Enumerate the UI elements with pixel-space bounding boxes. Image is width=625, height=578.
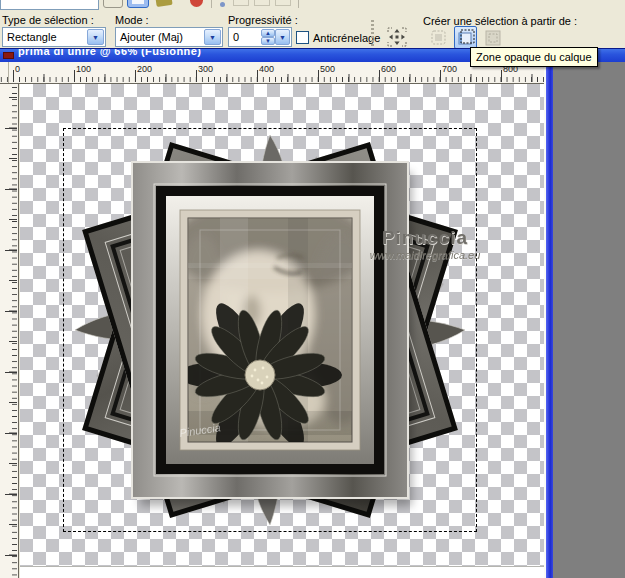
ruler-label: 200 xyxy=(137,64,152,74)
square-marquee-icon xyxy=(482,27,503,48)
edit-selection-button[interactable] xyxy=(384,24,410,48)
feather-label: Progressivité : xyxy=(228,14,298,26)
antialias-checkbox[interactable] xyxy=(296,31,309,44)
mode-label: Mode : xyxy=(115,14,149,26)
spin-down-icon[interactable]: ▼ xyxy=(261,37,275,45)
mode-value: Ajouter (Maj) xyxy=(120,31,183,43)
tooltip: Zone opaque du calque xyxy=(470,47,598,67)
selection-type-label: Type de sélection : xyxy=(2,14,94,26)
toolbar-button-active-clipped[interactable] xyxy=(127,0,149,8)
ruler-label: 400 xyxy=(259,64,274,74)
folder-icon[interactable] xyxy=(155,0,172,7)
dashed-square-icon xyxy=(428,27,449,48)
presets-dropdown-clipped[interactable] xyxy=(0,0,99,10)
ruler-label: 700 xyxy=(442,64,457,74)
image-canvas[interactable]: Pinuccia Pinuccia www.maidiregrafica.eu xyxy=(20,84,544,578)
file-icon xyxy=(132,0,144,4)
create-selection-from-opaque-layer-button[interactable] xyxy=(454,26,477,48)
selection-type-value: Rectangle xyxy=(7,31,57,43)
toolbar-separator xyxy=(298,0,299,8)
create-selection-from-opaque-merged-button[interactable] xyxy=(481,26,504,48)
chevron-down-icon[interactable]: ▼ xyxy=(204,29,221,45)
vertical-ruler[interactable] xyxy=(0,84,19,578)
edit-selection-icon xyxy=(385,25,409,48)
tooltip-text: Zone opaque du calque xyxy=(476,51,592,63)
toolbar-button-clipped[interactable] xyxy=(233,0,249,6)
image-window-border xyxy=(546,62,553,578)
feather-value: 0 xyxy=(233,31,239,43)
ruler-label: 500 xyxy=(320,64,335,74)
chevron-down-icon[interactable]: ▼ xyxy=(87,29,104,45)
document-bottom-edge xyxy=(20,566,544,578)
tool-options-toolbar: Type de sélection : Mode : Progressivité… xyxy=(0,0,625,48)
ruler-label: 0 xyxy=(15,64,20,74)
ruler-major-ticks xyxy=(5,84,17,578)
record-icon[interactable] xyxy=(190,0,203,7)
selection-type-dropdown[interactable]: Rectangle ▼ xyxy=(2,27,106,47)
create-selection-from-vector-button[interactable] xyxy=(427,26,450,48)
toolbar-button-clipped[interactable] xyxy=(275,0,291,6)
toolbar-grip[interactable] xyxy=(371,20,374,47)
chevron-down-icon[interactable]: ▼ xyxy=(275,29,290,45)
toolbar-separator xyxy=(211,0,212,8)
spin-up-icon[interactable]: ▲ xyxy=(261,29,275,37)
horizontal-ruler[interactable]: 0 100 200 300 400 500 600 700 800 xyxy=(0,62,544,84)
feather-spinner[interactable]: 0 ▲ ▼ ▼ xyxy=(228,27,292,47)
toolbar-button-clipped[interactable] xyxy=(103,0,123,8)
ruler-label: 100 xyxy=(76,64,91,74)
application-window: Type de sélection : Mode : Progressivité… xyxy=(0,0,625,578)
ruler-label: 600 xyxy=(381,64,396,74)
mode-dropdown[interactable]: Ajouter (Maj) ▼ xyxy=(115,27,223,47)
toolbar-dot-icon[interactable] xyxy=(220,2,225,7)
image-window-icon xyxy=(3,52,14,59)
toolbar-button-clipped[interactable] xyxy=(254,0,270,6)
layer-with-marquee-icon xyxy=(455,27,476,48)
selection-marquee[interactable] xyxy=(63,128,477,532)
ruler-label: 300 xyxy=(198,64,213,74)
workspace-background xyxy=(553,62,625,578)
